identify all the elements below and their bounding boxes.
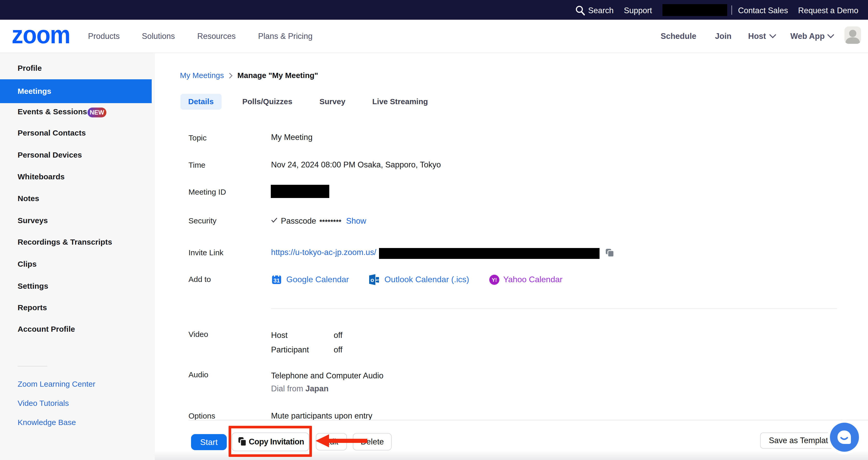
svg-text:o: o — [370, 277, 374, 283]
svg-text:Y!: Y! — [492, 277, 497, 283]
svg-text:31: 31 — [273, 277, 280, 284]
